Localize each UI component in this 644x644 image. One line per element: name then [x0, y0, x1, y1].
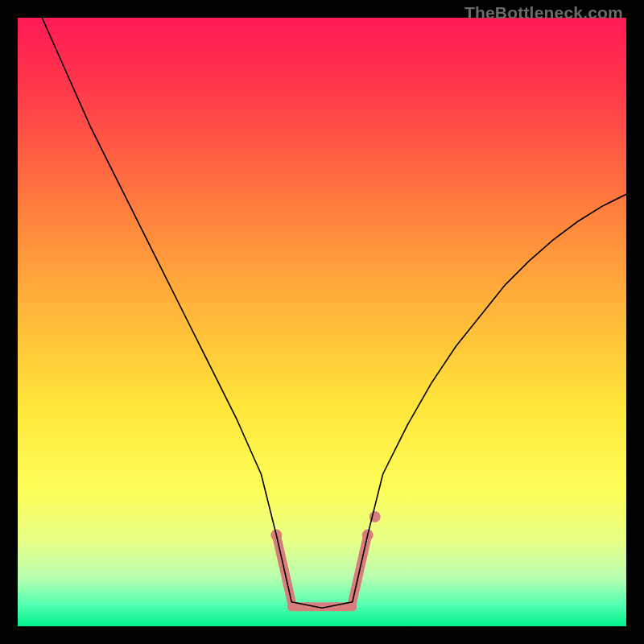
plot-area	[18, 18, 626, 626]
chart-svg	[18, 18, 626, 626]
watermark-text: TheBottleneck.com	[464, 3, 623, 23]
outer-frame: TheBottleneck.com	[0, 0, 644, 644]
gradient-background	[18, 18, 626, 626]
